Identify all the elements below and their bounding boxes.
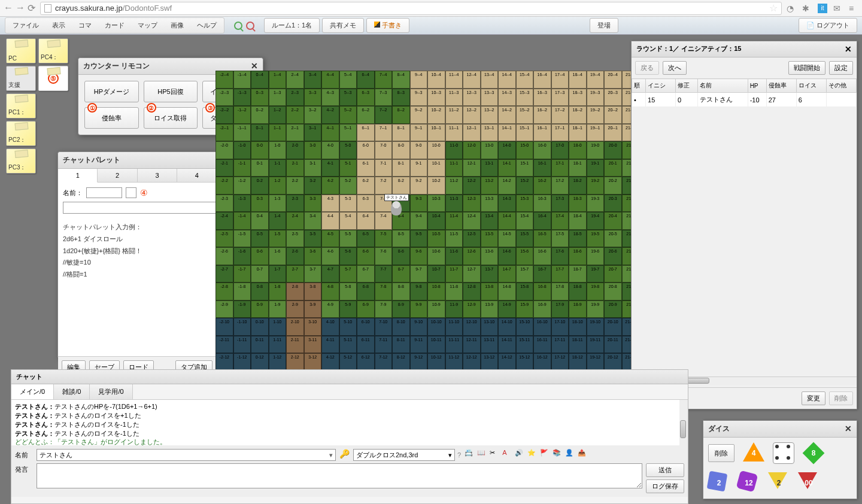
d10-red-die[interactable]: 00 — [798, 472, 819, 494]
pc-card[interactable]: PC1： — [6, 93, 36, 119]
key-icon[interactable]: 🔑 — [339, 449, 350, 459]
it-extension-icon[interactable]: it — [818, 4, 827, 13]
init-back-button[interactable]: 戻る — [635, 61, 659, 75]
change-button[interactable]: 変更 — [802, 391, 825, 405]
init-settings-button[interactable]: 設定 — [829, 61, 853, 75]
room-button[interactable]: ルーム1：1名 — [264, 18, 320, 33]
erosion-button[interactable]: ①侵蝕率 — [84, 107, 139, 129]
map-area[interactable]: -2--4-1--40--41--42--43--44--45--46--47-… — [216, 71, 635, 406]
url-bar[interactable]: crayus.sakura.ne.jp/DodontoF.swf ☆ — [40, 2, 782, 15]
col-mod[interactable]: 修正 — [676, 79, 698, 93]
pc-card[interactable]: PC2： — [6, 121, 36, 146]
menu-map[interactable]: マップ — [132, 19, 163, 32]
palette-tab-1[interactable]: 1 — [58, 169, 98, 183]
hp-damage-button[interactable]: HPダメージ — [84, 81, 139, 102]
name-label: 名前 — [15, 449, 33, 460]
name-select[interactable]: テストさん ▾ — [37, 449, 336, 461]
pc-card[interactable]: PC3： — [6, 148, 36, 174]
palette-tab-4[interactable]: 4 — [177, 169, 217, 182]
palette-message-input[interactable] — [63, 202, 226, 214]
menu-card[interactable]: カード — [99, 19, 130, 32]
zoom-out-icon[interactable] — [246, 22, 254, 30]
flag-icon[interactable]: 🚩 — [540, 449, 548, 457]
chevron-down-icon: ▾ — [329, 451, 333, 459]
hp-recover-button[interactable]: HP5回復 — [144, 81, 198, 102]
menu-file[interactable]: ファイル — [7, 19, 45, 32]
book-icon[interactable]: 📖 — [477, 449, 485, 457]
d4-die[interactable]: 4 — [743, 442, 764, 464]
chat-log[interactable]: テストさん：テストさんのHPを-7(1D6+1→6+1) テストさん：テストさん… — [11, 400, 688, 445]
upload-icon[interactable]: 📤 — [578, 449, 586, 457]
chat-tab-spectator[interactable]: 見学用/0 — [90, 384, 132, 399]
color-picker[interactable] — [126, 187, 136, 198]
extension-icons: ◔ ✱ it ✉ ≡ — [787, 4, 858, 13]
sound-icon[interactable]: 🔊 — [515, 449, 523, 457]
initiative-title-bar[interactable]: ラウンド：1／ イニシアティブ：15 ✕ — [632, 41, 857, 57]
col-init[interactable]: イニシ — [646, 79, 676, 93]
layers-icon[interactable]: 📚 — [553, 449, 561, 457]
d6-die[interactable] — [773, 442, 794, 464]
d20-die[interactable]: 2 — [708, 472, 730, 494]
dice-delete-button[interactable]: 削除 — [708, 444, 734, 462]
card-icon[interactable]: 📇 — [465, 449, 473, 457]
pc-card[interactable]: PC4： — [38, 38, 68, 63]
close-icon[interactable]: ✕ — [845, 424, 852, 434]
stage-button[interactable]: 登場 — [590, 18, 618, 33]
dice-title-bar[interactable]: ダイス ✕ — [703, 421, 857, 438]
log-save-button[interactable]: ログ保存 — [646, 479, 684, 493]
chat-title: チャット — [11, 370, 688, 384]
close-icon[interactable]: ✕ — [845, 44, 852, 54]
forward-icon[interactable]: → — [16, 2, 25, 14]
menu-help[interactable]: ヘルプ — [191, 19, 223, 32]
message-textarea[interactable] — [37, 463, 642, 488]
zoom-in-icon[interactable] — [234, 22, 242, 30]
col-erosion[interactable]: 侵蝕率 — [766, 79, 796, 93]
handwrite-button[interactable]: 手書き — [366, 18, 409, 33]
d8-die[interactable]: 8 — [803, 442, 824, 464]
shared-memo-button[interactable]: 共有メモ — [322, 18, 364, 33]
chat-tool-icons: 📇 📖 ✂ A 🔊 ⭐ 🚩 📚 👤 📤 — [465, 449, 586, 457]
player-token[interactable]: テストさん — [389, 201, 403, 218]
delete-button[interactable]: 削除 — [829, 391, 853, 405]
d12-die[interactable]: 12 — [738, 472, 760, 494]
menu-koma[interactable]: コマ — [72, 19, 98, 32]
send-button[interactable]: 送信 — [646, 463, 684, 477]
user-icon[interactable]: 👤 — [565, 449, 573, 457]
clock-icon[interactable]: ◔ — [787, 4, 796, 13]
menu-icon[interactable]: ≡ — [849, 4, 858, 13]
col-name[interactable]: 名前 — [697, 79, 748, 93]
palette-tab-2[interactable]: 2 — [98, 169, 137, 182]
font-icon[interactable]: A — [502, 449, 511, 457]
logout-button[interactable]: 📄 ログアウト — [799, 18, 857, 33]
support-card[interactable]: 支援 — [6, 66, 36, 91]
close-icon[interactable]: ✕ — [251, 61, 258, 71]
chat-tab-chat[interactable]: 雑談/0 — [54, 384, 90, 399]
palette-title: チャットパレット — [63, 155, 120, 165]
game-system-select[interactable]: ダブルクロス2nd,3rd ▾ — [353, 449, 455, 461]
back-icon[interactable]: ← — [4, 2, 13, 14]
d10-yellow-die[interactable]: 2 — [768, 472, 790, 494]
col-order[interactable]: 順 — [632, 79, 646, 93]
reload-icon[interactable]: ⟳ — [28, 2, 35, 14]
cut-icon[interactable]: ✂ — [490, 449, 498, 457]
init-next-button[interactable]: 次へ — [663, 61, 687, 75]
star-icon[interactable]: ⭐ — [527, 449, 536, 457]
battle-start-button[interactable]: 戦闘開始 — [788, 61, 825, 75]
col-lois[interactable]: ロイス — [796, 79, 826, 93]
palette-tab-3[interactable]: 3 — [138, 169, 177, 182]
lois-get-button[interactable]: ②ロイス取得 — [144, 107, 198, 129]
col-other[interactable]: その他 — [826, 79, 856, 93]
table-row[interactable]: • 15 0 テストさん -10 27 6 — [632, 93, 857, 107]
help-icon[interactable]: ? — [457, 451, 461, 459]
chat-tab-main[interactable]: メイン/0 — [11, 384, 54, 399]
chat-vscrollbar[interactable] — [679, 400, 688, 445]
dice-panel: ダイス ✕ 削除 4 8 2 12 2 00 — [703, 420, 857, 499]
palette-name-input[interactable] — [86, 187, 122, 198]
menu-image[interactable]: 画像 — [165, 19, 190, 32]
mail-icon[interactable]: ✉ — [833, 4, 843, 13]
menu-view[interactable]: 表示 — [46, 19, 71, 32]
col-hp[interactable]: HP — [748, 79, 766, 93]
bookmark-star-icon[interactable]: ☆ — [769, 2, 778, 14]
puzzle-icon[interactable]: ✱ — [802, 4, 812, 13]
pc-card[interactable]: PC — [6, 38, 36, 63]
